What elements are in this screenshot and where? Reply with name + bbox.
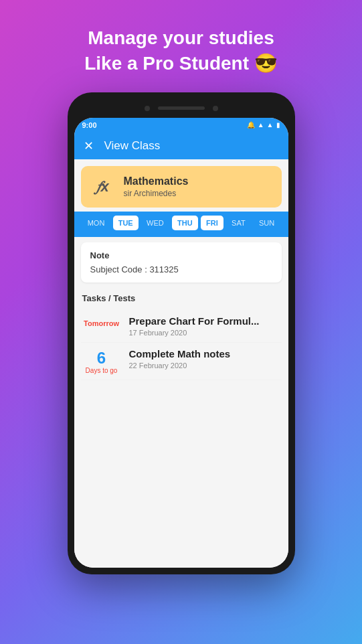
header-title: Manage your studies Like a Pro Student 😎 (84, 25, 278, 76)
header-section: Manage your studies Like a Pro Student 😎 (84, 25, 278, 76)
task-badge-label-1: Tomorrow (84, 319, 119, 327)
tasks-section: Tasks / Tests Tomorrow Prepare Chart For… (81, 291, 282, 380)
task-details-1: Prepare Chart For Formul... 17 February … (129, 315, 260, 337)
status-bar: 9:00 🔔 ▲ ▲ ▮ (74, 118, 288, 133)
task-badge-1: Tomorrow (82, 315, 121, 329)
alarm-icon: 🔔 (247, 121, 255, 129)
battery-icon: ▮ (276, 121, 280, 129)
task-badge-days-label-2: Days to go (82, 367, 121, 374)
day-tab-mon[interactable]: MON (82, 216, 110, 230)
task-badge-number-2: 6 (82, 349, 121, 367)
close-button[interactable]: ✕ (84, 140, 94, 152)
task-title-1: Prepare Chart For Formul... (129, 315, 260, 327)
subject-name: Mathematics (124, 175, 189, 187)
phone-frame: 9:00 🔔 ▲ ▲ ▮ ✕ View Class 𝑓x Mathematics… (68, 92, 295, 574)
task-date-2: 22 February 2020 (129, 361, 231, 370)
task-title-2: Complete Math notes (129, 348, 231, 359)
phone-screen: 9:00 🔔 ▲ ▲ ▮ ✕ View Class 𝑓x Mathematics… (74, 118, 288, 568)
header-line1: Manage your studies (88, 27, 274, 48)
subject-card: 𝑓x Mathematics sir Archimedes (81, 166, 282, 208)
app-bar-title: View Class (104, 139, 161, 153)
status-time: 9:00 (82, 121, 97, 129)
tasks-title: Tasks / Tests (81, 291, 282, 310)
day-tab-sun[interactable]: SUN (254, 216, 280, 230)
day-tab-wed[interactable]: WED (141, 216, 169, 230)
app-bar: ✕ View Class (74, 133, 288, 159)
camera-dot-right (213, 106, 218, 111)
content-area: Note Subject Code : 311325 Tasks / Tests… (74, 237, 288, 568)
note-content: Subject Code : 311325 (90, 264, 272, 274)
speaker-bar (158, 106, 205, 110)
task-date-1: 17 February 2020 (129, 329, 260, 337)
day-tabs: MON TUE WED THU FRI SAT SUN (74, 212, 288, 237)
camera-dot-left (145, 106, 150, 111)
header-line2: Like a Pro Student 😎 (84, 53, 278, 74)
note-title: Note (90, 250, 272, 260)
signal-icon: ▲ (267, 121, 274, 129)
subject-teacher: sir Archimedes (124, 189, 189, 198)
phone-notch (74, 99, 288, 118)
wifi-icon: ▲ (258, 121, 264, 129)
status-icons: 🔔 ▲ ▲ ▮ (247, 121, 280, 129)
note-card: Note Subject Code : 311325 (81, 242, 282, 283)
subject-icon: 𝑓x (90, 174, 116, 199)
task-badge-2: 6 Days to go (82, 348, 121, 374)
task-item-2: 6 Days to go Complete Math notes 22 Febr… (81, 343, 282, 380)
day-tab-tue[interactable]: TUE (113, 216, 139, 230)
task-item-1: Tomorrow Prepare Chart For Formul... 17 … (81, 310, 282, 343)
day-tab-fri[interactable]: FRI (201, 216, 223, 230)
task-details-2: Complete Math notes 22 February 2020 (129, 348, 231, 370)
subject-info: Mathematics sir Archimedes (124, 175, 189, 198)
day-tab-thu[interactable]: THU (172, 216, 198, 230)
day-tab-sat[interactable]: SAT (226, 216, 251, 230)
